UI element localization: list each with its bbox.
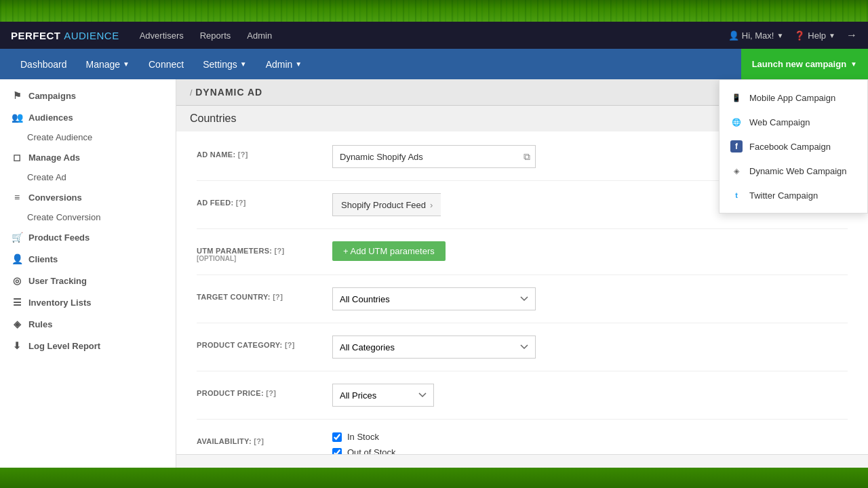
feed-caret-icon: ›	[430, 200, 433, 210]
availability-in-stock-row: In Stock	[332, 432, 848, 442]
availability-in-stock-checkbox[interactable]	[332, 432, 342, 442]
target-country-help-icon[interactable]: [?]	[273, 293, 283, 301]
product-category-label: PRODUCT CATEGORY: [?]	[197, 336, 332, 349]
sidebar-item-rules[interactable]: ◈ Rules	[0, 313, 176, 335]
target-country-select[interactable]: All Countries United States United Kingd…	[332, 287, 536, 310]
sidebar-item-log-level-report[interactable]: ⬇ Log Level Report	[0, 335, 176, 357]
mobile-app-icon: 📱	[730, 92, 743, 104]
rules-icon: ◈	[11, 319, 23, 329]
utm-help-icon[interactable]: [?]	[275, 247, 285, 255]
product-category-control: All Categories Electronics Clothing Book…	[332, 336, 848, 359]
grass-bottom-decoration	[0, 468, 868, 488]
nav-reports[interactable]: Reports	[200, 30, 231, 41]
launch-campaign-button[interactable]: Launch new campaign ▼	[741, 49, 868, 79]
sidebar-item-create-ad[interactable]: Create Ad	[0, 168, 176, 186]
grass-top-decoration	[0, 0, 868, 22]
log-level-icon: ⬇	[11, 340, 23, 351]
utm-optional: [OPTIONAL]	[197, 255, 332, 262]
sidebar-item-audiences[interactable]: 👥 Audiences	[0, 106, 176, 128]
logo: PERFECT AUDIENCE	[11, 30, 119, 41]
manage-caret-icon: ▼	[123, 60, 130, 68]
form-row-utm: UTM PARAMETERS: [?] [OPTIONAL] + Add UTM…	[197, 241, 848, 275]
breadcrumb-prefix: /	[190, 87, 195, 98]
product-category-help-icon[interactable]: [?]	[285, 341, 295, 349]
page-title: DYNAMIC AD	[195, 87, 262, 98]
nav-dashboard[interactable]: Dashboard	[11, 49, 77, 79]
conversions-icon: ≡	[11, 192, 23, 203]
product-price-help-icon[interactable]: [?]	[266, 389, 276, 397]
user-caret-icon: ▼	[776, 32, 783, 39]
dynamic-web-icon: ◈	[730, 165, 743, 177]
top-nav-right: 👤 Hi, Max! ▼ ❓ Help ▼ →	[728, 29, 857, 41]
help-icon: ❓	[794, 30, 805, 41]
web-campaign-icon: 🌐	[730, 116, 743, 128]
audiences-icon: 👥	[11, 112, 23, 123]
campaigns-icon: ⚑	[11, 90, 23, 101]
sidebar-item-manage-ads[interactable]: ◻ Manage Ads	[0, 146, 176, 168]
ad-feed-label: AD FEED: [?]	[197, 193, 332, 207]
product-price-control: All Prices Under $25 $25 - $50 $50 - $10…	[332, 384, 848, 407]
product-category-select[interactable]: All Categories Electronics Clothing Book…	[332, 336, 536, 359]
sidebar-item-create-conversion[interactable]: Create Conversion	[0, 208, 176, 226]
launch-dropdown-menu: 📱 Mobile App Campaign 🌐 Web Campaign f F…	[719, 79, 868, 214]
nav-connect[interactable]: Connect	[139, 49, 193, 79]
sidebar-item-product-feeds[interactable]: 🛒 Product Feeds	[0, 226, 176, 248]
form-row-target-country: TARGET COUNTRY: [?] All Countries United…	[197, 287, 848, 323]
dropdown-item-mobile-app[interactable]: 📱 Mobile App Campaign	[719, 85, 867, 110]
nav-advertisers[interactable]: Advertisers	[140, 30, 184, 41]
facebook-icon: f	[730, 140, 743, 152]
user-icon: 👤	[728, 30, 739, 41]
admin-caret-icon: ▼	[295, 60, 302, 68]
dropdown-item-facebook[interactable]: f Facebook Campaign	[719, 134, 867, 159]
top-navigation: PERFECT AUDIENCE Advertisers Reports Adm…	[0, 22, 868, 49]
top-nav-links: Advertisers Reports Admin	[140, 30, 728, 41]
twitter-icon: t	[730, 189, 743, 201]
countries-label: Countries	[190, 113, 236, 124]
availability-help-icon[interactable]: [?]	[254, 437, 264, 445]
sidebar: ⚑ Campaigns 👥 Audiences Create Audience …	[0, 79, 176, 468]
sidebar-item-clients[interactable]: 👤 Clients	[0, 248, 176, 270]
product-price-select[interactable]: All Prices Under $25 $25 - $50 $50 - $10…	[332, 384, 434, 407]
user-menu[interactable]: 👤 Hi, Max! ▼	[728, 30, 784, 41]
add-utm-button[interactable]: + Add UTM parameters	[332, 241, 446, 261]
help-caret-icon: ▼	[829, 32, 835, 39]
target-country-control: All Countries United States United Kingd…	[332, 287, 848, 310]
nav-admin[interactable]: Admin ▼	[256, 49, 312, 79]
utm-label: UTM PARAMETERS: [?] [OPTIONAL]	[197, 241, 332, 262]
product-price-label: PRODUCT PRICE: [?]	[197, 384, 332, 397]
exit-icon[interactable]: →	[846, 29, 857, 41]
sidebar-item-conversions[interactable]: ≡ Conversions	[0, 186, 176, 208]
launch-caret-icon: ▼	[850, 60, 857, 68]
ad-name-input[interactable]	[332, 145, 536, 168]
dropdown-item-dynamic-web[interactable]: ◈ Dynamic Web Campaign	[719, 159, 867, 183]
utm-control: + Add UTM parameters	[332, 241, 848, 261]
help-menu[interactable]: ❓ Help ▼	[794, 30, 835, 41]
nav-settings[interactable]: Settings ▼	[193, 49, 256, 79]
sidebar-item-user-tracking[interactable]: ◎ User Tracking	[0, 270, 176, 291]
availability-label: AVAILABILITY: [?]	[197, 432, 332, 445]
main-navigation: Dashboard Manage ▼ Connect Settings ▼ Ad…	[0, 49, 868, 79]
ad-name-help-icon[interactable]: [?]	[238, 150, 248, 159]
feed-select-label: Shopify Product Feed ›	[332, 193, 441, 216]
ad-name-input-wrapper: ⧉	[332, 145, 536, 168]
form-row-product-price: PRODUCT PRICE: [?] All Prices Under $25 …	[197, 384, 848, 420]
inventory-lists-icon: ☰	[11, 297, 23, 308]
product-feeds-icon: 🛒	[11, 232, 23, 243]
settings-caret-icon: ▼	[240, 60, 247, 68]
sidebar-item-campaigns[interactable]: ⚑ Campaigns	[0, 85, 176, 106]
ad-feed-help-icon[interactable]: [?]	[236, 199, 246, 207]
dropdown-item-twitter[interactable]: t Twitter Campaign	[719, 183, 867, 207]
manage-ads-icon: ◻	[11, 152, 23, 163]
sidebar-item-create-audience[interactable]: Create Audience	[0, 128, 176, 146]
form-row-product-category: PRODUCT CATEGORY: [?] All Categories Ele…	[197, 336, 848, 371]
sidebar-item-inventory-lists[interactable]: ☰ Inventory Lists	[0, 291, 176, 313]
nav-manage[interactable]: Manage ▼	[77, 49, 140, 79]
dropdown-item-web[interactable]: 🌐 Web Campaign	[719, 110, 867, 134]
ad-name-label: AD NAME: [?]	[197, 145, 332, 159]
user-tracking-icon: ◎	[11, 275, 23, 286]
ad-name-copy-icon[interactable]: ⧉	[524, 151, 530, 163]
nav-admin-top[interactable]: Admin	[247, 30, 272, 41]
clients-icon: 👤	[11, 253, 23, 264]
target-country-label: TARGET COUNTRY: [?]	[197, 287, 332, 301]
